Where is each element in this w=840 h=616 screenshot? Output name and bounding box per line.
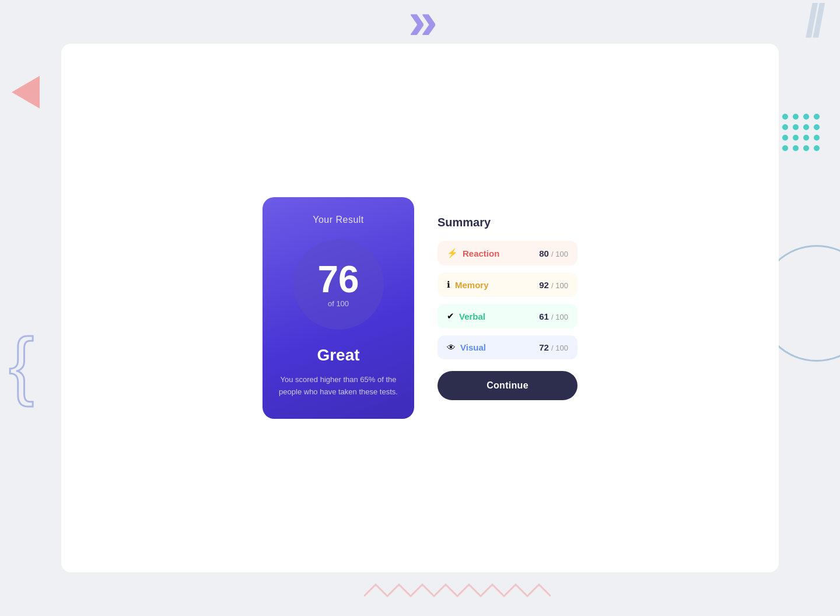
verbal-score: 61 / 100: [539, 312, 568, 321]
score-circle-outer: 76 of 100: [293, 239, 384, 330]
score-number: 76: [317, 261, 359, 298]
result-label: Great: [317, 346, 359, 365]
deco-quote-right: //: [806, 0, 820, 42]
reaction-icon: ⚡: [447, 248, 458, 258]
verbal-name: Verbal: [459, 312, 485, 321]
summary-title: Summary: [438, 216, 578, 229]
reaction-name: Reaction: [463, 249, 499, 258]
memory-score: 92 / 100: [539, 280, 568, 290]
item-left-reaction: ⚡ Reaction: [447, 248, 499, 258]
reaction-score-max: / 100: [551, 250, 568, 258]
summary-items: ⚡ Reaction 80 / 100 ℹ Memory 92 / 100 ✔ …: [438, 241, 578, 359]
summary-item-verbal: ✔ Verbal 61 / 100: [438, 304, 578, 328]
memory-icon: ℹ: [447, 279, 450, 290]
item-left-visual: 👁 Visual: [447, 342, 486, 352]
item-left-verbal: ✔ Verbal: [447, 311, 485, 321]
deco-brace-left: {: [9, 327, 34, 402]
reaction-score: 80 / 100: [539, 249, 568, 258]
visual-name: Visual: [460, 342, 486, 352]
summary-item-memory: ℹ Memory 92 / 100: [438, 272, 578, 297]
memory-score-max: / 100: [551, 281, 568, 290]
visual-icon: 👁: [447, 342, 456, 352]
score-circle-inner: 76 of 100: [317, 261, 359, 308]
result-card-title: Your Result: [313, 215, 364, 225]
summary-item-reaction: ⚡ Reaction 80 / 100: [438, 241, 578, 265]
verbal-icon: ✔: [447, 311, 454, 321]
visual-score: 72 / 100: [539, 342, 568, 352]
continue-button[interactable]: Continue: [438, 371, 578, 400]
item-left-memory: ℹ Memory: [447, 279, 489, 290]
summary-panel: Summary ⚡ Reaction 80 / 100 ℹ Memory 92 …: [438, 216, 578, 400]
content-wrapper: Your Result 76 of 100 Great You scored h…: [262, 197, 578, 419]
deco-dot-grid: [782, 114, 820, 151]
deco-zigzag-bottom: [364, 579, 551, 604]
summary-item-visual: 👁 Visual 72 / 100: [438, 335, 578, 359]
memory-name: Memory: [455, 280, 489, 290]
result-card: Your Result 76 of 100 Great You scored h…: [262, 197, 414, 419]
verbal-score-max: / 100: [551, 313, 568, 321]
deco-arrow-left: [12, 76, 40, 108]
deco-quote-top: »: [408, 0, 432, 47]
main-container: Your Result 76 of 100 Great You scored h…: [61, 44, 779, 572]
score-of: of 100: [328, 299, 349, 308]
result-description: You scored higher than 65% of the people…: [274, 374, 402, 398]
visual-score-max: / 100: [551, 344, 568, 352]
